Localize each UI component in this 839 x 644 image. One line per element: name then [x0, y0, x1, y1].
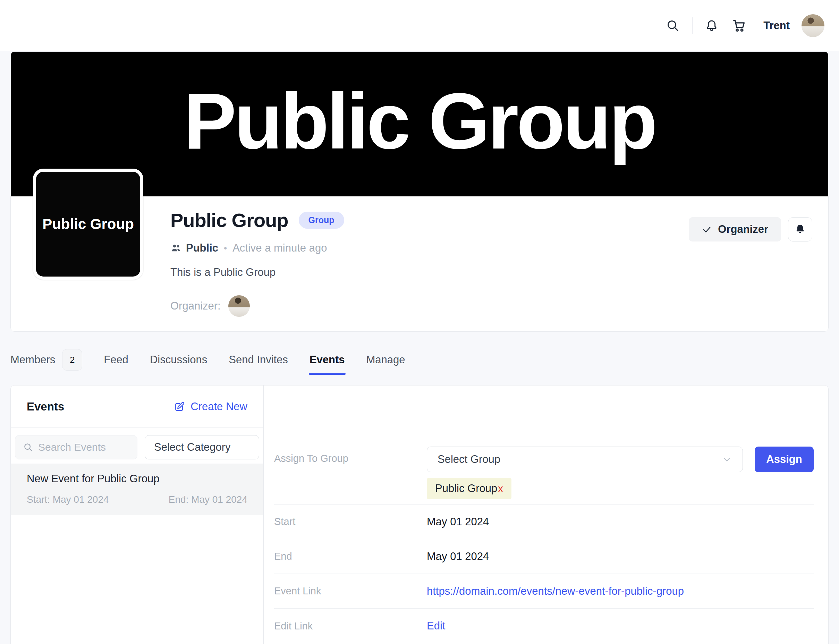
cart-icon[interactable]: [731, 18, 747, 34]
assign-controls: Select Group Assign: [427, 447, 814, 472]
select-category-label: Select Category: [154, 441, 231, 453]
tab-discussions[interactable]: Discussions: [150, 353, 207, 366]
user-avatar[interactable]: [801, 14, 824, 37]
organizer-button-label: Organizer: [718, 223, 768, 236]
tab-members-label: Members: [10, 353, 55, 366]
event-link-url[interactable]: https://domain.com/events/new-event-for-…: [427, 585, 684, 598]
privacy-label: Public: [186, 242, 218, 254]
event-item-end: End: May 01 2024: [169, 494, 247, 505]
event-detail-panel: Assign To Group Select Group Assign Pu: [264, 386, 828, 644]
tab-send-invites[interactable]: Send Invites: [229, 353, 288, 366]
tab-events-label: Events: [310, 353, 345, 366]
group-title: Public Group: [170, 209, 288, 232]
meta-separator: •: [224, 243, 227, 254]
search-events-box: [15, 435, 137, 459]
edit-link-label: Edit Link: [274, 620, 427, 632]
organizer-avatar[interactable]: [228, 295, 250, 317]
assign-to-group-label: Assign To Group: [274, 447, 427, 472]
detail-row-edit-link: Edit Link Edit: [274, 609, 814, 643]
search-icon: [23, 442, 33, 452]
tab-manage-label: Manage: [366, 353, 405, 366]
event-item-start: Start: May 01 2024: [27, 494, 109, 505]
chevron-down-icon: [722, 454, 732, 465]
people-icon: [170, 243, 181, 254]
tab-members[interactable]: Members 2: [10, 349, 82, 371]
assigned-group-tag-label: Public Group: [435, 482, 497, 495]
group-text-block: Public Group Group Public • Acti: [170, 209, 344, 317]
bell-filled-icon: [794, 223, 806, 235]
detail-row-end: End May 01 2024: [274, 539, 814, 574]
event-item-dates: Start: May 01 2024 End: May 01 2024: [27, 494, 247, 505]
end-label: End: [274, 551, 427, 562]
tab-manage[interactable]: Manage: [366, 353, 405, 366]
group-description: This is a Public Group: [170, 266, 344, 279]
group-type-badge: Group: [299, 212, 344, 229]
privacy-status: Public: [170, 242, 218, 254]
end-value: May 01 2024: [427, 550, 489, 563]
edit-link[interactable]: Edit: [427, 620, 445, 632]
event-list-item[interactable]: New Event for Public Group Start: May 01…: [11, 463, 263, 515]
organizer-row: Organizer:: [170, 295, 344, 317]
user-name[interactable]: Trent: [763, 20, 790, 32]
select-category-dropdown[interactable]: Select Category: [145, 435, 259, 459]
organizer-role-button[interactable]: Organizer: [689, 217, 781, 242]
assign-to-group-section: Assign To Group Select Group Assign Pu: [274, 386, 814, 504]
events-panel-title: Events: [27, 400, 64, 413]
search-events-input[interactable]: [15, 435, 137, 459]
create-new-label: Create New: [190, 401, 247, 413]
events-filter-row: Select Category: [11, 428, 263, 459]
group-meta: Public • Active a minute ago: [170, 242, 344, 254]
assigned-group-tag-row: Public Group x: [427, 478, 814, 499]
detail-row-start: Start May 01 2024: [274, 504, 814, 539]
edit-square-icon: [174, 401, 185, 412]
organizer-label: Organizer:: [170, 300, 221, 312]
events-list-header: Events Create New: [11, 386, 263, 428]
check-icon: [702, 224, 712, 235]
start-label: Start: [274, 516, 427, 527]
group-actions: Organizer: [689, 217, 812, 242]
assigned-group-tag: Public Group x: [427, 478, 511, 499]
tab-events[interactable]: Events: [310, 353, 345, 366]
group-card: Public Group Public Group Public Group G…: [10, 51, 829, 332]
tab-feed-label: Feed: [104, 353, 128, 366]
group-avatar[interactable]: Public Group: [33, 169, 143, 280]
tab-discussions-label: Discussions: [150, 353, 207, 366]
page: Trent Public Group Public Group Public G…: [0, 0, 839, 644]
create-new-event-link[interactable]: Create New: [174, 401, 247, 413]
tab-send-invites-label: Send Invites: [229, 353, 288, 366]
activity-status: Active a minute ago: [233, 242, 327, 254]
event-item-title: New Event for Public Group: [27, 473, 247, 485]
detail-row-event-link: Event Link https://domain.com/events/new…: [274, 574, 814, 609]
members-count-badge: 2: [62, 349, 82, 371]
nav-divider: [692, 17, 693, 34]
events-card: Events Create New Select C: [10, 385, 829, 644]
group-avatar-text: Public Group: [42, 216, 134, 232]
start-value: May 01 2024: [427, 516, 489, 528]
assign-button[interactable]: Assign: [755, 447, 814, 472]
bell-icon[interactable]: [704, 18, 719, 33]
top-nav: Trent: [0, 0, 839, 51]
event-link-label: Event Link: [274, 585, 427, 597]
select-group-label: Select Group: [438, 453, 500, 466]
remove-tag-icon[interactable]: x: [498, 483, 503, 495]
group-info: Public Group Public Group Group: [11, 196, 828, 331]
search-icon[interactable]: [665, 18, 680, 33]
banner-title: Public Group: [184, 82, 655, 167]
notification-toggle-button[interactable]: [788, 217, 812, 242]
events-list-panel: Events Create New Select C: [11, 386, 264, 644]
tab-feed[interactable]: Feed: [104, 353, 128, 366]
group-tabs: Members 2 Feed Discussions Send Invites …: [10, 348, 829, 372]
select-group-dropdown[interactable]: Select Group: [427, 447, 743, 472]
